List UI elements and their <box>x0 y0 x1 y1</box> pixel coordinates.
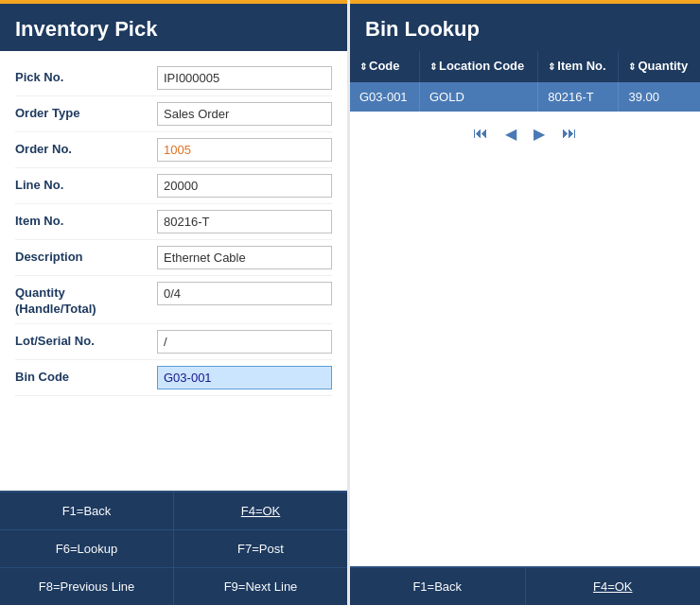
form-label: Bin Code <box>15 366 157 386</box>
last-page-button[interactable]: ⏭ <box>557 123 582 144</box>
footer-button[interactable]: F1=Back <box>350 568 525 605</box>
footer-button[interactable]: F9=Next Line <box>174 568 347 605</box>
bin-lookup-title: Bin Lookup <box>350 0 700 51</box>
sort-icon[interactable]: ⇕ <box>628 61 636 72</box>
form-label: Order No. <box>15 138 157 158</box>
form-label: Description <box>15 246 157 266</box>
sort-icon[interactable]: ⇕ <box>359 61 367 72</box>
form-row: Pick No. <box>15 60 332 96</box>
left-footer: F1=BackF4=OKF6=LookupF7=PostF8=Previous … <box>0 491 347 605</box>
bin-lookup-content: ⇕Code⇕Location Code⇕Item No.⇕Quantity G0… <box>350 51 700 566</box>
form-label: Pick No. <box>15 66 157 86</box>
footer-button[interactable]: F6=Lookup <box>0 530 173 567</box>
form-row: Order Type <box>15 96 332 132</box>
form-label: Line No. <box>15 174 157 194</box>
form-row: Lot/Serial No. <box>15 324 332 360</box>
footer-button[interactable]: F1=Back <box>0 493 173 529</box>
pagination: ⏮◀▶⏭ <box>350 112 700 156</box>
form-input[interactable] <box>157 330 332 354</box>
sort-icon[interactable]: ⇕ <box>548 61 555 72</box>
form-input[interactable] <box>157 366 332 389</box>
form-row: Line No. <box>15 168 332 204</box>
footer-button[interactable]: F7=Post <box>174 530 347 567</box>
table-row[interactable]: G03-001GOLD80216-T39.00 <box>350 82 700 112</box>
inventory-pick-title: Inventory Pick <box>0 0 347 51</box>
next-page-button[interactable]: ▶ <box>529 123 550 145</box>
first-page-button[interactable]: ⏮ <box>468 123 493 144</box>
form-label: Lot/Serial No. <box>15 330 157 350</box>
form-row: Quantity(Handle/Total) <box>15 276 332 324</box>
form-row: Description <box>15 240 332 276</box>
form-input[interactable] <box>157 246 332 269</box>
form-input[interactable] <box>157 210 332 233</box>
table-cell: 39.00 <box>619 82 700 112</box>
form-label: Item No. <box>15 210 157 230</box>
table-header-cell: ⇕Item No. <box>538 51 619 82</box>
table-cell: G03-001 <box>350 82 419 112</box>
footer-button[interactable]: F4=OK <box>526 568 701 605</box>
prev-page-button[interactable]: ◀ <box>500 123 521 145</box>
bin-lookup-table-wrapper: ⇕Code⇕Location Code⇕Item No.⇕Quantity G0… <box>350 51 700 112</box>
sort-icon[interactable]: ⇕ <box>429 61 437 72</box>
inventory-pick-form: Pick No.Order TypeOrder No.Line No.Item … <box>0 51 347 491</box>
bin-lookup-table: ⇕Code⇕Location Code⇕Item No.⇕Quantity G0… <box>350 51 700 112</box>
form-label: Order Type <box>15 102 157 122</box>
table-cell: 80216-T <box>538 82 619 112</box>
inventory-pick-panel: Inventory Pick Pick No.Order TypeOrder N… <box>0 0 350 605</box>
table-cell: GOLD <box>419 82 537 112</box>
right-footer: F1=BackF4=OK <box>350 566 700 605</box>
table-header-cell: ⇕Quantity <box>619 51 700 82</box>
form-label: Quantity(Handle/Total) <box>15 282 157 318</box>
footer-button[interactable]: F8=Previous Line <box>0 568 173 605</box>
bin-lookup-panel: Bin Lookup ⇕Code⇕Location Code⇕Item No.⇕… <box>350 0 700 605</box>
form-input[interactable] <box>157 102 332 126</box>
form-input[interactable] <box>157 66 332 90</box>
table-header-cell: ⇕Location Code <box>419 51 537 82</box>
form-row: Order No. <box>15 132 332 168</box>
footer-button[interactable]: F4=OK <box>174 493 347 529</box>
form-input[interactable] <box>157 282 332 305</box>
form-input[interactable] <box>157 174 332 198</box>
form-row: Bin Code <box>15 360 332 396</box>
form-input[interactable] <box>157 138 332 162</box>
form-row: Item No. <box>15 204 332 240</box>
table-header-cell: ⇕Code <box>350 51 419 82</box>
